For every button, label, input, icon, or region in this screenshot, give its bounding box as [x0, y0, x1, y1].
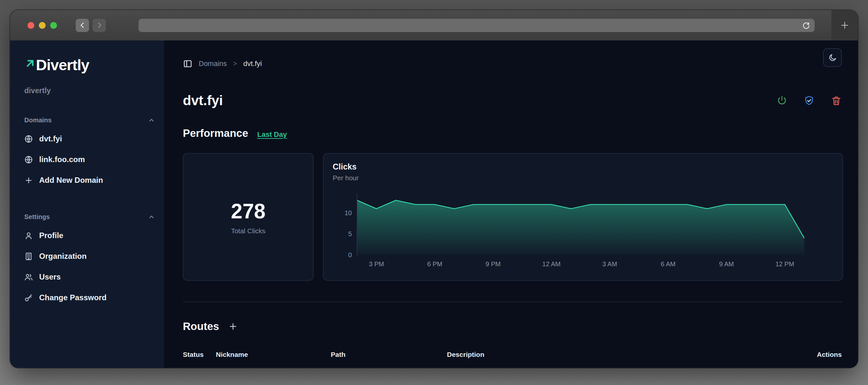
svg-text:5: 5 — [348, 230, 352, 237]
sidebar-item-users[interactable]: Users — [24, 266, 155, 287]
chevron-right-icon — [95, 21, 103, 29]
total-clicks-label: Total Clicks — [231, 227, 266, 235]
column-actions: Actions — [817, 351, 842, 358]
zoom-window-button[interactable] — [50, 22, 57, 29]
chrome-spacer — [815, 10, 831, 40]
sidebar-item-add-new-domain[interactable]: Add New Domain — [24, 170, 155, 191]
chart-subtitle: Per hour — [333, 174, 833, 182]
sidebar-item-organization[interactable]: Organization — [24, 246, 155, 266]
routes-heading: Routes — [183, 320, 219, 332]
svg-text:12 AM: 12 AM — [542, 260, 561, 267]
routes-table-header: Status Nickname Path Description Actions — [183, 351, 842, 358]
sidebar-section-settings[interactable]: Settings — [24, 213, 155, 221]
svg-text:10: 10 — [345, 209, 352, 217]
sidebar-section-domains[interactable]: Domains — [24, 117, 155, 124]
minimize-window-button[interactable] — [39, 22, 45, 29]
building-icon — [24, 252, 33, 261]
browser-window: Divertly divertly Domains dvt.fyi link.f… — [10, 10, 858, 368]
arrow-up-right-icon — [24, 58, 36, 69]
section-divider — [183, 301, 842, 302]
sidebar-item-label: Organization — [39, 252, 87, 261]
column-status: Status — [183, 351, 216, 358]
new-tab-button[interactable] — [831, 10, 858, 40]
breadcrumb: Domains > dvt.fyi — [183, 54, 842, 73]
theme-toggle-button[interactable] — [823, 48, 842, 67]
user-icon — [24, 231, 33, 240]
sidebar-item-dvt-fyi[interactable]: dvt.fyi — [24, 128, 155, 149]
plus-icon — [840, 21, 849, 30]
svg-text:6 PM: 6 PM — [427, 260, 442, 267]
browser-back-button[interactable] — [76, 19, 89, 32]
sidebar-item-label: link.foo.com — [39, 155, 85, 164]
section-label: Settings — [24, 213, 50, 221]
logo-text: Divertly — [36, 57, 89, 73]
sidebar-item-label: Change Password — [39, 293, 106, 302]
breadcrumb-separator: > — [233, 60, 237, 68]
address-bar[interactable] — [138, 19, 815, 32]
plus-icon — [24, 176, 33, 185]
org-name: divertly — [24, 86, 155, 95]
browser-chrome — [10, 10, 858, 40]
add-route-button[interactable] — [228, 322, 238, 331]
sidebar-item-link-foo-com[interactable]: link.foo.com — [24, 149, 155, 170]
power-icon[interactable] — [776, 95, 787, 106]
shield-check-icon[interactable] — [804, 95, 815, 106]
svg-text:3 AM: 3 AM — [602, 260, 617, 267]
refresh-icon[interactable] — [802, 21, 810, 30]
range-link-last-day[interactable]: Last Day — [257, 130, 287, 139]
sidebar-item-label: Profile — [39, 231, 63, 240]
chart-title: Clicks — [333, 162, 833, 171]
trash-icon[interactable] — [831, 95, 842, 106]
svg-text:9 PM: 9 PM — [486, 260, 501, 267]
chevron-up-icon — [148, 214, 155, 221]
breadcrumb-current: dvt.fyi — [243, 60, 262, 68]
performance-heading: Performance — [183, 127, 248, 139]
chevron-left-icon — [79, 21, 86, 29]
app-logo[interactable]: Divertly — [24, 57, 155, 73]
sidebar-item-change-password[interactable]: Change Password — [24, 287, 155, 308]
clicks-area-chart: 05103 PM6 PM9 PM12 AM3 AM6 AM9 AM12 PM — [333, 186, 833, 270]
domain-actions — [776, 95, 842, 106]
key-icon — [24, 293, 33, 302]
browser-forward-button[interactable] — [93, 19, 106, 32]
sidebar: Divertly divertly Domains dvt.fyi link.f… — [10, 40, 164, 368]
page-title: dvt.fyi — [183, 93, 776, 108]
svg-text:3 PM: 3 PM — [369, 260, 384, 267]
sidebar-item-label: Users — [39, 272, 61, 282]
moon-icon — [828, 53, 837, 62]
section-label: Domains — [24, 117, 52, 124]
total-clicks-value: 278 — [231, 199, 266, 223]
svg-text:0: 0 — [348, 251, 352, 258]
globe-icon — [24, 135, 33, 143]
column-description: Description — [447, 351, 817, 358]
column-nickname: Nickname — [216, 351, 331, 358]
main-content: Domains > dvt.fyi dvt.fyi Performance La… — [164, 40, 858, 368]
svg-text:9 AM: 9 AM — [719, 260, 734, 267]
total-clicks-card: 278 Total Clicks — [183, 153, 314, 281]
column-path: Path — [331, 351, 447, 358]
breadcrumb-root[interactable]: Domains — [199, 60, 227, 68]
sidebar-toggle-icon[interactable] — [183, 59, 192, 69]
globe-icon — [24, 155, 33, 164]
close-window-button[interactable] — [28, 22, 34, 29]
svg-text:6 AM: 6 AM — [661, 260, 676, 267]
sidebar-item-profile[interactable]: Profile — [24, 225, 155, 246]
traffic-lights — [28, 22, 57, 29]
sidebar-item-label: dvt.fyi — [39, 134, 62, 143]
svg-text:12 PM: 12 PM — [775, 260, 794, 267]
sidebar-item-label: Add New Domain — [39, 176, 103, 185]
chevron-up-icon — [148, 117, 155, 124]
users-icon — [24, 273, 33, 282]
clicks-chart-card: Clicks Per hour 05103 PM6 PM9 PM12 AM3 A… — [323, 153, 843, 281]
